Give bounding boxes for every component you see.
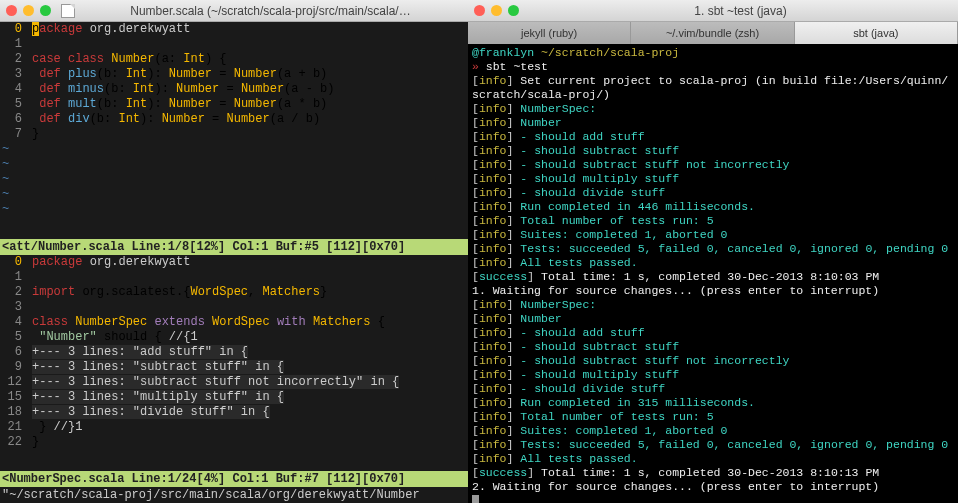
prompt-path: ~/scratch/scala-proj — [541, 46, 679, 59]
terminal-cursor — [472, 495, 479, 503]
code-line[interactable]: 3 — [0, 300, 468, 315]
code-line[interactable]: 6 def div(b: Int): Number = Number(a / b… — [0, 112, 468, 127]
line-number: 2 — [0, 285, 22, 300]
line-number: 5 — [0, 97, 22, 112]
empty-line-tilde: ~ — [2, 172, 468, 187]
vim-command-line[interactable]: "~/scratch/scala-proj/src/main/scala/org… — [0, 487, 468, 503]
code-line[interactable]: 4class NumberSpec extends WordSpec with … — [0, 315, 468, 330]
command-text: sbt ~test — [486, 60, 548, 73]
minimize-icon[interactable] — [491, 5, 502, 16]
terminal-tab[interactable]: sbt (java) — [795, 22, 958, 44]
code-line[interactable]: 15+--- 3 lines: "multiply stuff" in { — [0, 390, 468, 405]
status-bar-top: <att/Number.scala Line:1/8[12%] Col:1 Bu… — [0, 239, 468, 255]
editor-pane-bottom[interactable]: 0package org.derekwyatt12import org.scal… — [0, 255, 468, 472]
window-title: 1. sbt ~test (java) — [529, 4, 952, 18]
line-number: 12 — [0, 375, 22, 390]
line-number: 4 — [0, 315, 22, 330]
line-number: 1 — [0, 37, 22, 52]
code-line[interactable]: 5 def mult(b: Int): Number = Number(a * … — [0, 97, 468, 112]
line-number: 9 — [0, 360, 22, 375]
terminal-tabbar: jekyll (ruby)~/.vim/bundle (zsh)sbt (jav… — [468, 22, 958, 44]
editor-pane-top[interactable]: 0package org.derekwyatt12case class Numb… — [0, 22, 468, 239]
code-line[interactable]: 3 def plus(b: Int): Number = Number(a + … — [0, 67, 468, 82]
line-number: 15 — [0, 390, 22, 405]
line-number: 18 — [0, 405, 22, 420]
prompt-user: @franklyn — [472, 46, 534, 59]
zoom-icon[interactable] — [40, 5, 51, 16]
code-line[interactable]: 18+--- 3 lines: "divide stuff" in { — [0, 405, 468, 420]
code-line[interactable]: 0package org.derekwyatt — [0, 22, 468, 37]
terminal-output[interactable]: @franklyn ~/scratch/scala-proj » sbt ~te… — [468, 44, 958, 503]
code-line[interactable]: 21 } //}1 — [0, 420, 468, 435]
line-number: 3 — [0, 300, 22, 315]
code-line[interactable]: 4 def minus(b: Int): Number = Number(a -… — [0, 82, 468, 97]
code-line[interactable]: 22} — [0, 435, 468, 450]
editor-window: Number.scala (~/scratch/scala-proj/src/m… — [0, 0, 468, 503]
editor-titlebar[interactable]: Number.scala (~/scratch/scala-proj/src/m… — [0, 0, 468, 22]
line-number: 0 — [0, 255, 22, 270]
line-number: 6 — [0, 345, 22, 360]
line-number: 0 — [0, 22, 22, 37]
terminal-window: 1. sbt ~test (java) jekyll (ruby)~/.vim/… — [468, 0, 958, 503]
terminal-tab[interactable]: ~/.vim/bundle (zsh) — [631, 22, 794, 44]
line-number: 7 — [0, 127, 22, 142]
empty-line-tilde: ~ — [2, 187, 468, 202]
line-number: 21 — [0, 420, 22, 435]
line-number: 2 — [0, 52, 22, 67]
prompt-symbol: » — [472, 60, 479, 73]
zoom-icon[interactable] — [508, 5, 519, 16]
code-line[interactable]: 1 — [0, 37, 468, 52]
close-icon[interactable] — [6, 5, 17, 16]
close-icon[interactable] — [474, 5, 485, 16]
empty-line-tilde: ~ — [2, 202, 468, 217]
code-line[interactable]: 9+--- 3 lines: "subtract stuff" in { — [0, 360, 468, 375]
code-line[interactable]: 7} — [0, 127, 468, 142]
line-number: 3 — [0, 67, 22, 82]
code-line[interactable]: 5 "Number" should { //{1 — [0, 330, 468, 345]
status-bar-bottom: <NumberSpec.scala Line:1/24[4%] Col:1 Bu… — [0, 471, 468, 487]
code-line[interactable]: 6+--- 3 lines: "add stuff" in { — [0, 345, 468, 360]
traffic-lights — [6, 5, 51, 16]
code-line[interactable]: 1 — [0, 270, 468, 285]
line-number: 22 — [0, 435, 22, 450]
line-number: 5 — [0, 330, 22, 345]
minimize-icon[interactable] — [23, 5, 34, 16]
line-number: 1 — [0, 270, 22, 285]
traffic-lights — [474, 5, 519, 16]
empty-line-tilde: ~ — [2, 157, 468, 172]
file-icon — [61, 4, 75, 18]
line-number: 6 — [0, 112, 22, 127]
code-line[interactable]: 2import org.scalatest.{WordSpec, Matcher… — [0, 285, 468, 300]
code-line[interactable]: 0package org.derekwyatt — [0, 255, 468, 270]
code-line[interactable]: 2case class Number(a: Int) { — [0, 52, 468, 67]
code-line[interactable]: 12+--- 3 lines: "subtract stuff not inco… — [0, 375, 468, 390]
line-number: 4 — [0, 82, 22, 97]
empty-line-tilde: ~ — [2, 142, 468, 157]
window-title: Number.scala (~/scratch/scala-proj/src/m… — [79, 4, 462, 18]
terminal-titlebar[interactable]: 1. sbt ~test (java) — [468, 0, 958, 22]
terminal-tab[interactable]: jekyll (ruby) — [468, 22, 631, 44]
